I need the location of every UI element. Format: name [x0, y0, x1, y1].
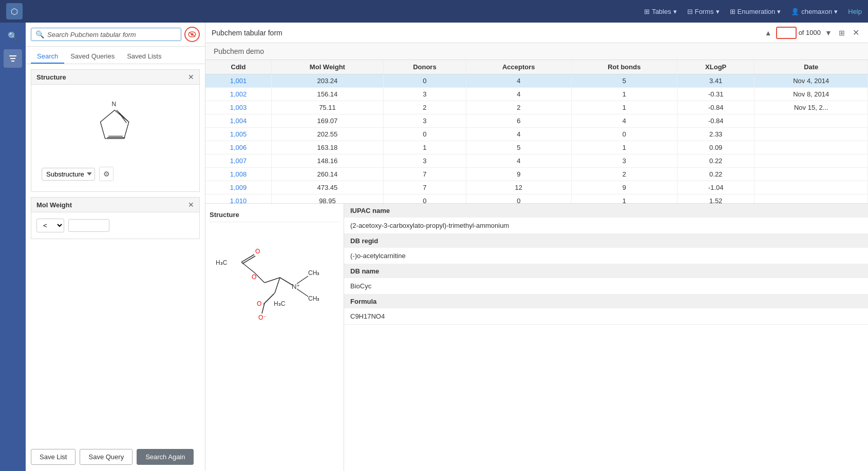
table-cell[interactable]: 1 — [571, 101, 677, 114]
structure-drawing-area[interactable]: N — [36, 91, 194, 163]
tab-saved-lists[interactable]: Saved Lists — [121, 50, 167, 64]
table-cell[interactable]: 473.45 — [271, 181, 383, 194]
molweight-close-btn[interactable]: ✕ — [188, 201, 194, 209]
table-row[interactable]: 1,001203.240453.41Nov 4, 2014 — [205, 74, 868, 88]
close-btn[interactable]: ✕ — [850, 27, 862, 39]
table-row[interactable]: 1,005202.550402.33 — [205, 128, 868, 141]
table-cell[interactable]: 1,010 — [205, 194, 271, 204]
table-cell[interactable]: 3 — [383, 88, 466, 101]
table-cell[interactable]: 7 — [383, 168, 466, 181]
table-cell[interactable]: 4 — [466, 128, 571, 141]
save-query-button[interactable]: Save Query — [80, 449, 133, 465]
sidebar-search-btn[interactable]: 🔍 — [4, 27, 22, 45]
tables-menu[interactable]: ⊞ Tables ▾ — [644, 8, 677, 15]
table-cell[interactable]: 4 — [571, 114, 677, 128]
table-cell[interactable]: 0 — [383, 194, 466, 204]
table-cell[interactable]: 4 — [466, 154, 571, 168]
table-cell[interactable]: 1,003 — [205, 101, 271, 114]
table-cell[interactable]: 98.95 — [271, 194, 383, 204]
table-row[interactable]: 1,008260.147920.22 — [205, 168, 868, 181]
table-row[interactable]: 1,007148.163430.22 — [205, 154, 868, 168]
table-cell[interactable]: 1,001 — [205, 74, 271, 88]
page-number-input[interactable]: 1 — [776, 27, 797, 39]
table-cell[interactable] — [754, 181, 868, 194]
forms-menu[interactable]: ⊟ Forms ▾ — [687, 8, 720, 15]
table-cell[interactable]: 1,004 — [205, 114, 271, 128]
molweight-value-input[interactable]: 500 — [68, 219, 109, 232]
table-cell[interactable]: 3 — [383, 114, 466, 128]
table-cell[interactable]: 12 — [466, 181, 571, 194]
table-cell[interactable]: 4 — [466, 74, 571, 88]
structure-settings-btn[interactable]: ⚙ — [99, 167, 114, 181]
help-link[interactable]: Help — [848, 8, 862, 15]
table-cell[interactable]: Nov 4, 2014 — [754, 74, 868, 88]
table-cell[interactable]: -1.04 — [677, 181, 754, 194]
table-cell[interactable]: 2 — [571, 168, 677, 181]
table-cell[interactable] — [754, 114, 868, 128]
table-cell[interactable] — [754, 168, 868, 181]
table-cell[interactable]: 75.11 — [271, 101, 383, 114]
save-list-button[interactable]: Save List — [31, 449, 76, 465]
table-cell[interactable]: 5 — [571, 74, 677, 88]
table-row[interactable]: 1,009473.457129-1.04 — [205, 181, 868, 194]
table-cell[interactable]: 9 — [466, 168, 571, 181]
table-cell[interactable]: 0 — [383, 128, 466, 141]
table-cell[interactable]: 203.24 — [271, 74, 383, 88]
search-input[interactable] — [47, 31, 177, 38]
table-cell[interactable] — [754, 194, 868, 204]
table-cell[interactable]: 1 — [571, 141, 677, 154]
table-cell[interactable]: 0 — [466, 194, 571, 204]
table-cell[interactable]: 6 — [466, 114, 571, 128]
table-cell[interactable]: 2.33 — [677, 128, 754, 141]
structure-mode-select[interactable]: Substructure — [42, 168, 95, 181]
structure-close-btn[interactable]: ✕ — [188, 73, 194, 81]
table-row[interactable]: 1,00375.11221-0.84Nov 15, 2... — [205, 101, 868, 114]
table-cell[interactable]: 3 — [571, 154, 677, 168]
table-cell[interactable]: 4 — [466, 88, 571, 101]
table-row[interactable]: 1,004169.07364-0.84 — [205, 114, 868, 128]
table-cell[interactable]: 156.14 — [271, 88, 383, 101]
table-cell[interactable] — [754, 154, 868, 168]
table-cell[interactable]: 0.22 — [677, 168, 754, 181]
table-cell[interactable]: 1 — [383, 141, 466, 154]
operator-dropdown[interactable]: < <= > >= — [36, 219, 64, 232]
table-row[interactable]: 1,01098.950011.52 — [205, 194, 868, 204]
table-cell[interactable]: Nov 15, 2... — [754, 101, 868, 114]
table-cell[interactable]: 3 — [383, 154, 466, 168]
table-cell[interactable]: -0.84 — [677, 101, 754, 114]
table-row[interactable]: 1,002156.14341-0.31Nov 8, 2014 — [205, 88, 868, 101]
enumeration-menu[interactable]: ⊞ Enumeration ▾ — [730, 8, 781, 15]
table-cell[interactable] — [754, 141, 868, 154]
table-cell[interactable]: -0.84 — [677, 114, 754, 128]
table-cell[interactable]: 0 — [571, 128, 677, 141]
table-cell[interactable]: 9 — [571, 181, 677, 194]
table-cell[interactable]: 1,009 — [205, 181, 271, 194]
expand-btn[interactable]: ⊞ — [836, 27, 847, 38]
table-cell[interactable]: 169.07 — [271, 114, 383, 128]
table-row[interactable]: 1,006163.181510.09 — [205, 141, 868, 154]
table-cell[interactable]: 1,005 — [205, 128, 271, 141]
table-cell[interactable]: 260.14 — [271, 168, 383, 181]
table-cell[interactable] — [754, 128, 868, 141]
table-cell[interactable]: 2 — [466, 101, 571, 114]
user-menu[interactable]: 👤 chemaxon ▾ — [791, 8, 838, 15]
table-cell[interactable]: 163.18 — [271, 141, 383, 154]
table-cell[interactable]: 5 — [466, 141, 571, 154]
table-cell[interactable]: 0.22 — [677, 154, 754, 168]
table-cell[interactable]: 1 — [571, 194, 677, 204]
table-cell[interactable]: 1,006 — [205, 141, 271, 154]
page-up-btn[interactable]: ▲ — [763, 27, 774, 38]
tab-search[interactable]: Search — [31, 50, 64, 64]
table-cell[interactable]: 2 — [383, 101, 466, 114]
search-again-button[interactable]: Search Again — [137, 449, 194, 465]
table-cell[interactable]: Nov 8, 2014 — [754, 88, 868, 101]
page-down-btn[interactable]: ▼ — [823, 27, 834, 38]
eye-button[interactable] — [184, 27, 200, 42]
sidebar-filter-btn[interactable] — [4, 49, 22, 68]
table-cell[interactable]: 1,008 — [205, 168, 271, 181]
table-cell[interactable]: 148.16 — [271, 154, 383, 168]
table-cell[interactable]: -0.31 — [677, 88, 754, 101]
table-cell[interactable]: 0 — [383, 74, 466, 88]
table-cell[interactable]: 3.41 — [677, 74, 754, 88]
table-cell[interactable]: 1 — [571, 88, 677, 101]
